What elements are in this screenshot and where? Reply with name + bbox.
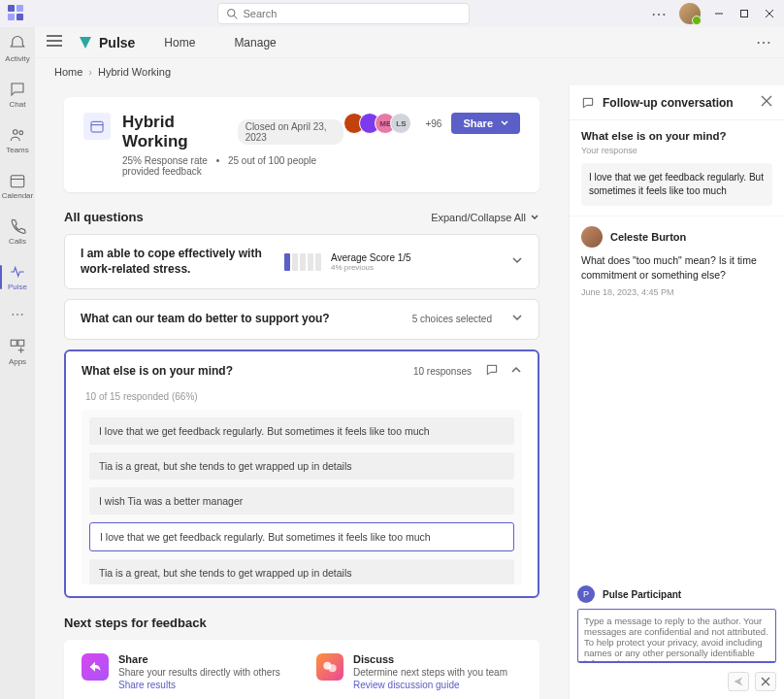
- average-score: Average Score 1/5 4% previous: [331, 252, 411, 272]
- message-time: June 18, 2023, 4:45 PM: [581, 287, 772, 297]
- rail-activity[interactable]: Activity: [0, 33, 35, 65]
- svg-point-10: [14, 130, 18, 135]
- rail-calls[interactable]: Calls: [0, 216, 35, 248]
- panel-quote: I love that we get feedback regularly. B…: [581, 163, 772, 206]
- close-icon[interactable]: [761, 95, 772, 110]
- chevron-down-icon: [501, 119, 508, 127]
- all-questions-title: All questions: [64, 210, 144, 224]
- respond-meta: 10 of 15 responded (66%): [82, 391, 522, 402]
- svg-rect-21: [91, 121, 103, 132]
- step-share: Share Share your results directly with o…: [82, 653, 287, 690]
- share-icon: [82, 653, 109, 681]
- panel-question: What else is on your mind?: [581, 130, 772, 142]
- rail-label: Chat: [10, 100, 26, 109]
- rail-teams[interactable]: Teams: [0, 124, 35, 156]
- chat-icon: [581, 96, 595, 110]
- tab-manage[interactable]: Manage: [234, 36, 276, 50]
- avatar: LS: [390, 113, 411, 134]
- breadcrumb-current: Hybrid Working: [98, 66, 171, 78]
- response-item[interactable]: I love that we get feedback regularly. B…: [89, 417, 514, 445]
- close-button[interactable]: [763, 7, 776, 20]
- question-card-2[interactable]: What can our team do better to support y…: [64, 299, 539, 340]
- rail-more[interactable]: ⋯: [11, 307, 25, 322]
- rail-pulse[interactable]: Pulse: [0, 261, 35, 293]
- response-count: 10 responses: [413, 366, 472, 377]
- question-card-3: What else is on your mind? 10 responses …: [64, 350, 539, 598]
- your-response-label: Your response: [581, 146, 772, 155]
- chevron-down-icon[interactable]: [511, 254, 523, 269]
- pulse-logo-icon: [78, 35, 93, 50]
- tab-home[interactable]: Home: [164, 36, 195, 50]
- svg-rect-1: [16, 5, 23, 12]
- maximize-button[interactable]: [737, 7, 751, 20]
- expand-collapse-all[interactable]: Expand/Collapse All: [431, 212, 539, 223]
- search-input[interactable]: [244, 8, 461, 19]
- search-box[interactable]: [217, 3, 470, 24]
- message-text: What does "too much" mean? Is it time co…: [581, 253, 772, 282]
- hamburger-icon[interactable]: [47, 34, 62, 50]
- svg-line-5: [234, 16, 237, 18]
- reply-input[interactable]: [577, 609, 776, 663]
- step-discuss: Discuss Determine next steps with you te…: [316, 653, 522, 690]
- svg-rect-7: [741, 11, 748, 17]
- chevron-down-icon: [530, 213, 539, 222]
- participant-label: Pulse Participant: [603, 589, 681, 600]
- question-title: What can our team do better to support y…: [81, 312, 412, 327]
- chevron-down-icon[interactable]: [511, 312, 523, 326]
- chevron-right-icon: ›: [88, 66, 92, 78]
- page-title: Hybrid Working: [122, 113, 228, 151]
- author-name: Celeste Burton: [610, 231, 686, 243]
- svg-point-24: [329, 664, 337, 672]
- response-item-selected[interactable]: I love that we get feedback regularly. B…: [89, 522, 514, 551]
- svg-rect-12: [11, 176, 24, 187]
- panel-title: Follow-up conversation: [603, 96, 753, 110]
- rail-apps[interactable]: Apps: [0, 336, 35, 368]
- topbar-more-icon[interactable]: ⋯: [756, 33, 772, 51]
- svg-rect-0: [8, 5, 15, 12]
- app-icon: [8, 5, 35, 23]
- follow-up-panel: Follow-up conversation What else is on y…: [569, 85, 784, 699]
- breadcrumb: Home › Hybrid Working: [35, 58, 784, 85]
- response-item[interactable]: Tia is a great, but she tends to get wra…: [89, 559, 514, 584]
- chevron-up-icon[interactable]: [510, 364, 522, 379]
- step-title: Discuss: [353, 653, 507, 665]
- main-scroll: Hybrid Working Closed on April 23, 2023 …: [35, 85, 569, 699]
- rail-chat[interactable]: Chat: [0, 79, 35, 111]
- response-item[interactable]: Tia is a great, but she tends to get wra…: [89, 452, 514, 480]
- step-link[interactable]: Share results: [118, 680, 280, 690]
- breadcrumb-home[interactable]: Home: [54, 66, 82, 78]
- minimize-button[interactable]: [712, 7, 726, 20]
- svg-rect-15: [18, 340, 24, 346]
- comment-icon[interactable]: [485, 363, 499, 380]
- rail-calendar[interactable]: Calendar: [0, 170, 35, 202]
- more-icon[interactable]: ⋯: [651, 5, 668, 23]
- choices-selected: 5 choices selected: [412, 314, 492, 324]
- closed-badge: Closed on April 23, 2023: [238, 119, 344, 145]
- question-title: What else is on your mind?: [82, 364, 400, 378]
- rail-label: Calls: [9, 237, 26, 246]
- svg-rect-2: [8, 14, 15, 20]
- user-avatar[interactable]: [679, 3, 701, 24]
- question-card-1[interactable]: I am able to cope effectively with work-…: [64, 234, 539, 289]
- app-rail: Activity Chat Teams Calendar Calls Pulse…: [0, 27, 35, 699]
- send-button[interactable]: [728, 672, 749, 691]
- step-desc: Share your results directly with others: [118, 667, 280, 678]
- next-steps-title: Next steps for feedback: [64, 616, 539, 630]
- rail-label: Pulse: [8, 283, 27, 291]
- titlebar: ⋯: [0, 0, 784, 27]
- step-link[interactable]: Review discussion guide: [353, 680, 507, 690]
- rail-label: Activity: [5, 54, 29, 63]
- share-button[interactable]: Share: [451, 113, 520, 134]
- response-item[interactable]: I wish Tia was a better manager: [89, 487, 514, 515]
- svg-rect-14: [11, 340, 16, 346]
- rail-label: Calendar: [2, 191, 33, 200]
- survey-header: Hybrid Working Closed on April 23, 2023 …: [64, 97, 539, 192]
- cancel-button[interactable]: [755, 672, 776, 691]
- response-list[interactable]: I love that we get feedback regularly. B…: [82, 410, 522, 584]
- discuss-icon: [316, 653, 343, 681]
- step-desc: Determine next steps with you team: [353, 667, 507, 678]
- svg-point-4: [227, 10, 235, 17]
- response-rate: 25% Response rate: [122, 155, 208, 166]
- svg-rect-3: [16, 14, 23, 20]
- question-title: I am able to cope effectively with work-…: [81, 247, 275, 277]
